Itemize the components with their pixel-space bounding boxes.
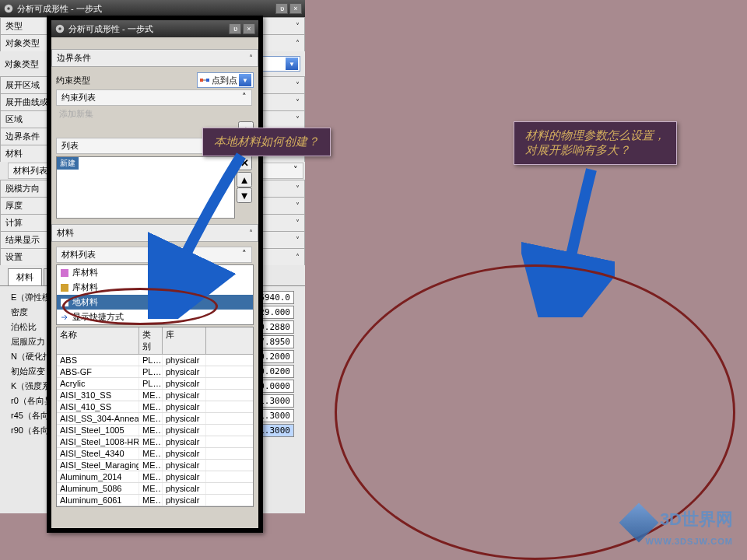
delete-button[interactable]: ✕	[237, 155, 252, 170]
gear-icon	[3, 3, 14, 14]
table-row[interactable]: AISI_SS_304-AnnealedME…physicalr	[57, 413, 253, 425]
svg-rect-6	[61, 284, 68, 292]
table-row[interactable]: AISI_Steel_1008-HRME…physicalr	[57, 436, 253, 448]
chevron-down-icon: ˅	[296, 184, 300, 193]
tab-material[interactable]: 材料	[8, 268, 42, 285]
table-row[interactable]: ABSPL…physicalr	[57, 355, 253, 366]
table-row[interactable]: AISI_Steel_1005ME…physicalr	[57, 425, 253, 436]
chevron-down-icon: ˅	[296, 22, 300, 30]
table-row[interactable]: AISI_Steel_4340ME…physicalr	[57, 448, 253, 460]
window-title: 分析可成形性 - 一步式	[68, 23, 227, 35]
menu-item-lib2[interactable]: 库材料	[57, 280, 253, 295]
close-button[interactable]: ×	[289, 3, 302, 14]
svg-rect-7	[61, 299, 68, 306]
chevron-up-icon: ˄	[249, 229, 253, 237]
dropdown-button[interactable]: ▼	[239, 74, 251, 86]
material-header[interactable]: 材料 ˄	[51, 224, 258, 242]
constraint-type-label: 约束类型	[56, 75, 197, 86]
chevron-down-icon: ˅	[293, 165, 298, 177]
chevron-up-icon: ˄	[296, 253, 300, 261]
point-to-point-icon	[199, 75, 210, 86]
title-bar: 分析可成形性 - 一步式 ʋ ×	[51, 20, 258, 37]
menu-item-shortcut[interactable]: 显示快捷方式	[57, 310, 253, 324]
chevron-down-icon: ˅	[296, 236, 300, 244]
local-icon	[60, 298, 69, 307]
constraint-type-combo[interactable]: 点到点 ▼	[197, 72, 254, 88]
table-row[interactable]: AISI_310_SSME…physicalr	[57, 390, 253, 401]
menu-item-local[interactable]: 地材料	[57, 295, 253, 310]
material-list-header[interactable]: 材料列表 ˄	[56, 247, 252, 263]
table-row[interactable]: AISI_410_SSME…physicalr	[57, 401, 253, 413]
gear-icon	[54, 23, 65, 34]
library-icon	[60, 268, 69, 278]
move-down-button[interactable]: ▼	[237, 187, 252, 203]
boundary-header[interactable]: 边界条件 ˄	[51, 49, 258, 67]
list-item[interactable]: 新建	[57, 157, 79, 170]
table-row[interactable]: AISI_Steel_MaragingME…physicalr	[57, 460, 253, 471]
library-icon	[60, 283, 69, 292]
chevron-down-icon: ˅	[296, 98, 300, 107]
table-row[interactable]: Aluminum_5086ME…physicalr	[57, 483, 253, 495]
watermark: 3D世界网 WWW.3DSJW.COM	[625, 508, 733, 546]
callout-left: 本地材料如何创建？	[202, 128, 331, 156]
chevron-up-icon: ˄	[242, 92, 247, 103]
svg-point-1	[58, 27, 61, 30]
left-window: 分析可成形性 - 一步式 ʋ × 边界条件 ˄ 约束类型 点到点 ▼ 约束列表	[47, 16, 263, 533]
title-bar: 分析可成形性 - 一步式 ʋ ×	[0, 0, 305, 17]
table-row[interactable]: ABS-GFPL…physicalr	[57, 366, 253, 378]
help-button[interactable]: ʋ	[275, 3, 288, 14]
table-row[interactable]: AcrylicPL…physicalr	[57, 378, 253, 390]
arrow-right	[521, 162, 615, 317]
arrow-icon	[60, 313, 69, 322]
material-body: 材料列表 ˄ 库材料 库材料 地材料 显示快捷方式 名称 类别 库 ABSPL……	[51, 243, 258, 510]
callout-right: 材料的物理参数怎么设置， 对展开影响有多大？	[514, 121, 677, 165]
chevron-down-icon: ˅	[296, 219, 300, 227]
menu-item-lib1[interactable]: 库材料	[57, 265, 253, 280]
material-source-menu: 库材料 库材料 地材料 显示快捷方式	[56, 264, 254, 325]
chevron-down-icon: ˅	[296, 115, 300, 124]
move-up-button[interactable]: ▲	[237, 172, 252, 187]
chevron-up-icon: ˄	[249, 54, 253, 62]
material-grid[interactable]: 名称 类别 库 ABSPL…physicalrABS-GFPL…physical…	[56, 327, 254, 507]
table-row[interactable]: Aluminum_6061ME…physicalr	[57, 495, 253, 506]
chevron-down-icon: ˅	[296, 201, 300, 210]
svg-point-9	[7, 7, 10, 10]
help-button[interactable]: ʋ	[229, 23, 241, 34]
svg-rect-3	[206, 79, 209, 82]
dropdown-button[interactable]: ▼	[286, 58, 298, 70]
chevron-up-icon: ˄	[242, 249, 247, 261]
add-new-hint: 添加新集	[56, 107, 254, 121]
window-title: 分析可成形性 - 一步式	[17, 3, 274, 15]
svg-rect-2	[200, 79, 203, 82]
chevron-down-icon: ˅	[296, 81, 300, 89]
constraint-listbox[interactable]: 新建	[56, 156, 235, 219]
grid-header: 名称 类别 库	[57, 327, 253, 355]
svg-rect-5	[61, 269, 68, 277]
close-button[interactable]: ×	[243, 23, 255, 34]
constraint-list-header[interactable]: 约束列表 ˄	[56, 89, 252, 106]
chevron-up-icon: ˄	[296, 39, 300, 47]
table-row[interactable]: Aluminum_2014ME…physicalr	[57, 471, 253, 483]
